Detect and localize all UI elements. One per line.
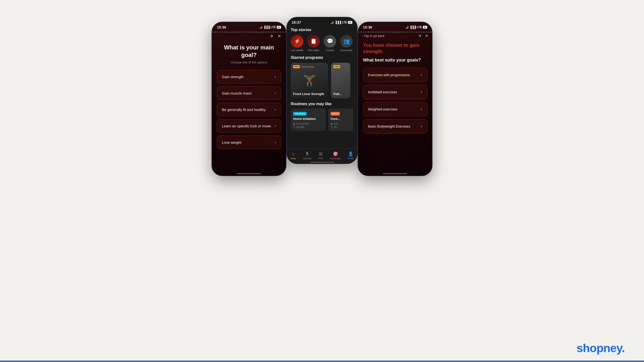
home-icon: ⌂ xyxy=(292,152,294,157)
chevron-icon: › xyxy=(275,124,276,128)
story-last-update[interactable]: ⚡ Last update xyxy=(291,35,303,52)
story-avatar-community: 👥 xyxy=(340,35,352,47)
nav-today[interactable]: ⌂ Today xyxy=(290,152,296,160)
goal-gain-strength[interactable]: Gain strength › xyxy=(217,70,281,83)
chevron-icon: › xyxy=(421,107,422,112)
chevron-icon: › xyxy=(275,140,276,145)
close-icon[interactable]: ✕ xyxy=(278,33,281,39)
routines-title: Routines you may like xyxy=(291,102,353,106)
programs-scroll: 🏋️ PRO Intermediate Front Lever Strength… xyxy=(291,63,353,98)
story-first-steps[interactable]: 📋 First steps xyxy=(307,35,320,52)
status-bar-phone3: 15:36 🌙 ▐▐▐ LTE 61 xyxy=(358,22,432,31)
home-indicator-phone1 xyxy=(237,173,261,174)
phone-goal-result: 15:36 🌙 ▐▐▐ LTE 61 ‹ Tap to go back ✈ ✕ … xyxy=(358,22,432,176)
goal-trick-move[interactable]: Learn an specific trick or move › xyxy=(217,119,281,133)
nav-challenges[interactable]: 🎯 Challenges xyxy=(330,151,341,160)
chevron-icon: › xyxy=(421,72,422,77)
goal-gain-muscle[interactable]: Gain muscle mass › xyxy=(217,86,281,100)
status-bar-phone1: 15:36 🌙 ▐▐▐ LTE 61 xyxy=(212,22,286,31)
goal-lose-weight[interactable]: Lose weight › xyxy=(217,136,281,149)
share-icon-phone3[interactable]: ✈ xyxy=(418,33,422,38)
phone3-content: You have chosen to gain strength. What b… xyxy=(358,38,432,137)
routine-core[interactable]: INTER Core... ◉ CO... ⏱ 20... xyxy=(328,109,353,131)
suit-weighted[interactable]: Weighted exercises › xyxy=(363,102,427,116)
routine-name-home: Home Initiation xyxy=(293,117,323,121)
phone1-title-section: What is your main goal? Choose one of th… xyxy=(212,39,286,66)
routine-name-core: Core... xyxy=(330,117,353,121)
goal-options-list: Gain strength › Gain muscle mass › Be ge… xyxy=(212,66,286,153)
nav-profile[interactable]: 👤 Profile xyxy=(348,151,354,160)
bottom-nav-phone2: ⌂ Today 🏃 Sessions ⊞ PRO 🎯 Challenges 👤 … xyxy=(287,149,357,164)
back-button[interactable]: ‹ Tap to go back xyxy=(362,34,384,38)
suit-kettlebell[interactable]: Kettlebell exercises › xyxy=(363,85,427,99)
chevron-icon: › xyxy=(421,89,422,95)
story-contact[interactable]: 💬 Contact xyxy=(324,35,336,52)
chevron-icon: › xyxy=(275,107,276,112)
suit-exercises-progressions[interactable]: Exercises with progressions › xyxy=(363,68,427,82)
sessions-icon: 🏃 xyxy=(304,151,310,157)
program-badge-row: PRO Intermediate xyxy=(293,65,314,68)
story-avatar-update: ⚡ xyxy=(291,35,303,47)
nav-sessions[interactable]: 🏃 Sessions xyxy=(303,151,312,160)
routines-row: BEGINNER Home Initiation ◉ FULLBODY ⏱ 50… xyxy=(291,109,353,131)
main-goal-subtitle: Choose one of the options xyxy=(219,60,279,64)
routine-home-initiation[interactable]: BEGINNER Home Initiation ◉ FULLBODY ⏱ 50… xyxy=(291,109,326,131)
routine-meta-home: ◉ FULLBODY ⏱ 50 MIN xyxy=(293,123,323,129)
shopney-logo: shopney. xyxy=(577,342,625,355)
main-goal-title: What is your main goal? xyxy=(219,44,279,59)
chevron-icon: › xyxy=(421,124,422,129)
phone-goal-selection: 15:36 🌙 ▐▐▐ LTE 61 ✈ ✕ What is your main… xyxy=(212,22,286,176)
bottom-accent-bar xyxy=(0,361,644,362)
program-full[interactable]: PRO Full... xyxy=(331,63,350,98)
challenges-icon: 🎯 xyxy=(333,151,338,157)
home-indicator-phone2 xyxy=(310,162,334,163)
suit-options-list: Exercises with progressions › Kettlebell… xyxy=(363,68,427,133)
starred-programs-title: Starred programs xyxy=(291,55,353,60)
routine-meta-core: ◉ CO... ⏱ 20... xyxy=(330,123,353,129)
suits-text: What best suits your goals? xyxy=(363,57,427,63)
program-name-full: Full... xyxy=(334,92,348,96)
chosen-text: You have chosen to gain strength. xyxy=(363,42,427,54)
profile-icon: 👤 xyxy=(348,151,353,157)
home-indicator-phone3 xyxy=(383,173,407,174)
goal-fit-healthy[interactable]: Be generally fit and healthy › xyxy=(217,103,281,116)
story-avatar-contact: 💬 xyxy=(324,35,336,47)
suit-basic-bodyweight[interactable]: Basic Bodyweight Exercises › xyxy=(363,119,427,133)
phone2-content: Top stories ⚡ Last update 📋 First steps … xyxy=(287,28,357,131)
phone3-nav: ‹ Tap to go back ✈ ✕ xyxy=(358,32,432,38)
program-badge-row2: PRO xyxy=(334,65,340,68)
program-name-front-lever: Front Lever Strength xyxy=(293,92,326,96)
share-icon[interactable]: ✈ xyxy=(270,33,274,39)
status-bar-phone2: 15:37 🌙 ▐▐▐ LTE 61 xyxy=(287,17,357,26)
top-stories-title: Top stories xyxy=(291,28,353,32)
story-community[interactable]: 👥 Community xyxy=(340,35,352,52)
program-front-lever[interactable]: 🏋️ PRO Intermediate Front Lever Strength xyxy=(291,63,328,98)
chevron-icon: › xyxy=(275,91,276,95)
chevron-icon: › xyxy=(275,75,276,79)
stories-row: ⚡ Last update 📋 First steps 💬 Contact 👥 … xyxy=(291,35,353,52)
phone-top-stories: 15:37 🌙 ▐▐▐ LTE 61 Top stories ⚡ Last up… xyxy=(286,17,358,164)
chevron-left-icon: ‹ xyxy=(362,34,363,38)
phone1-header-icons: ✈ ✕ xyxy=(212,32,286,39)
pro-icon: ⊞ xyxy=(319,151,322,157)
close-icon-phone3[interactable]: ✕ xyxy=(425,33,428,38)
story-avatar-steps: 📋 xyxy=(307,35,320,47)
nav-pro[interactable]: ⊞ PRO xyxy=(318,151,323,160)
